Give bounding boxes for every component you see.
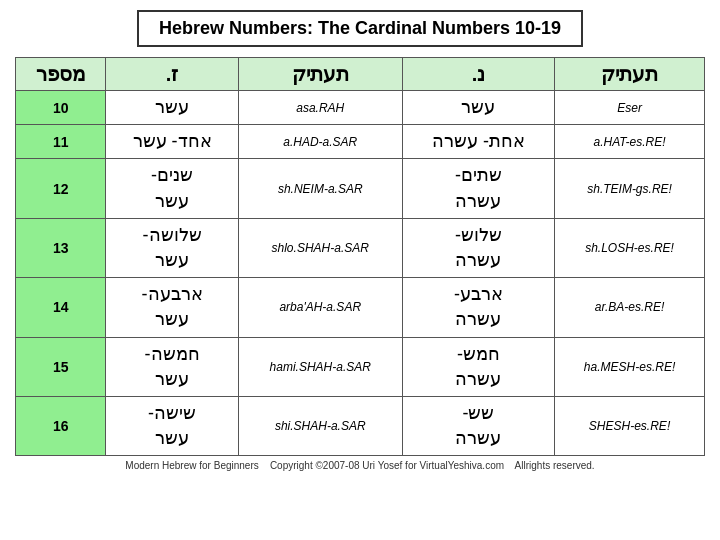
table-row: 16שישה-עשרshi.SHAH-a.SARשש-עשרהSHESH-es.… xyxy=(16,396,705,455)
number-cell: 10 xyxy=(16,91,106,125)
translit-masculine: shlo.SHAH-a.SAR xyxy=(238,218,402,277)
hebrew-feminine: חמש-עשרה xyxy=(402,337,554,396)
footer-copyright: Copyright ©2007-08 Uri Yosef for Virtual… xyxy=(270,460,504,471)
translit-feminine: ha.MESH-es.RE! xyxy=(555,337,705,396)
hebrew-masculine: אחד- עשר xyxy=(106,125,238,159)
translit-feminine: SHESH-es.RE! xyxy=(555,396,705,455)
hebrew-masculine: שלושה-עשר xyxy=(106,218,238,277)
header-zachar: ז. xyxy=(106,58,238,91)
hebrew-feminine: שתים-עשרה xyxy=(402,159,554,218)
translit-masculine: a.HAD-a.SAR xyxy=(238,125,402,159)
hebrew-feminine: ארבע-עשרה xyxy=(402,278,554,337)
footer-source: Modern Hebrew for Beginners xyxy=(125,460,258,471)
translit-masculine: shi.SHAH-a.SAR xyxy=(238,396,402,455)
footer-rights: Allrights reserved. xyxy=(515,460,595,471)
translit-masculine: asa.RAH xyxy=(238,91,402,125)
hebrew-feminine: שלוש-עשרה xyxy=(402,218,554,277)
number-cell: 15 xyxy=(16,337,106,396)
hebrew-feminine: שש-עשרה xyxy=(402,396,554,455)
translit-masculine: sh.NEIM-a.SAR xyxy=(238,159,402,218)
translit-feminine: sh.LOSH-es.RE! xyxy=(555,218,705,277)
number-cell: 11 xyxy=(16,125,106,159)
hebrew-feminine: אחת- עשרה xyxy=(402,125,554,159)
translit-masculine: hami.SHAH-a.SAR xyxy=(238,337,402,396)
translit-feminine: a.HAT-es.RE! xyxy=(555,125,705,159)
table-row: 15חמשה-עשרhami.SHAH-a.SARחמש-עשרהha.MESH… xyxy=(16,337,705,396)
footer: Modern Hebrew for Beginners Copyright ©2… xyxy=(125,460,594,471)
table-header-row: מספר ז. תעתיק נ. תעתיק xyxy=(16,58,705,91)
table-row: 12שנים-עשרsh.NEIM-a.SARשתים-עשרהsh.TEIM-… xyxy=(16,159,705,218)
table-row: 13שלושה-עשרshlo.SHAH-a.SARשלוש-עשרהsh.LO… xyxy=(16,218,705,277)
hebrew-masculine: ארבעה-עשר xyxy=(106,278,238,337)
number-cell: 16 xyxy=(16,396,106,455)
header-mispar: מספר xyxy=(16,58,106,91)
hebrew-masculine: חמשה-עשר xyxy=(106,337,238,396)
translit-feminine: sh.TEIM-gs.RE! xyxy=(555,159,705,218)
number-cell: 14 xyxy=(16,278,106,337)
translit-feminine: Eser xyxy=(555,91,705,125)
table-row: 10עשרasa.RAHעשרEser xyxy=(16,91,705,125)
hebrew-masculine: שישה-עשר xyxy=(106,396,238,455)
hebrew-feminine: עשר xyxy=(402,91,554,125)
hebrew-numbers-table: מספר ז. תעתיק נ. תעתיק 10עשרasa.RAHעשרEs… xyxy=(15,57,705,456)
translit-masculine: arba'AH-a.SAR xyxy=(238,278,402,337)
number-cell: 12 xyxy=(16,159,106,218)
table-row: 11אחד- עשרa.HAD-a.SARאחת- עשרהa.HAT-es.R… xyxy=(16,125,705,159)
hebrew-masculine: עשר xyxy=(106,91,238,125)
translit-feminine: ar.BA-es.RE! xyxy=(555,278,705,337)
number-cell: 13 xyxy=(16,218,106,277)
page-title: Hebrew Numbers: The Cardinal Numbers 10-… xyxy=(137,10,583,47)
header-translit-m: תעתיק xyxy=(238,58,402,91)
header-nekeva: נ. xyxy=(402,58,554,91)
table-row: 14ארבעה-עשרarba'AH-a.SARארבע-עשרהar.BA-e… xyxy=(16,278,705,337)
hebrew-masculine: שנים-עשר xyxy=(106,159,238,218)
header-translit-f: תעתיק xyxy=(555,58,705,91)
